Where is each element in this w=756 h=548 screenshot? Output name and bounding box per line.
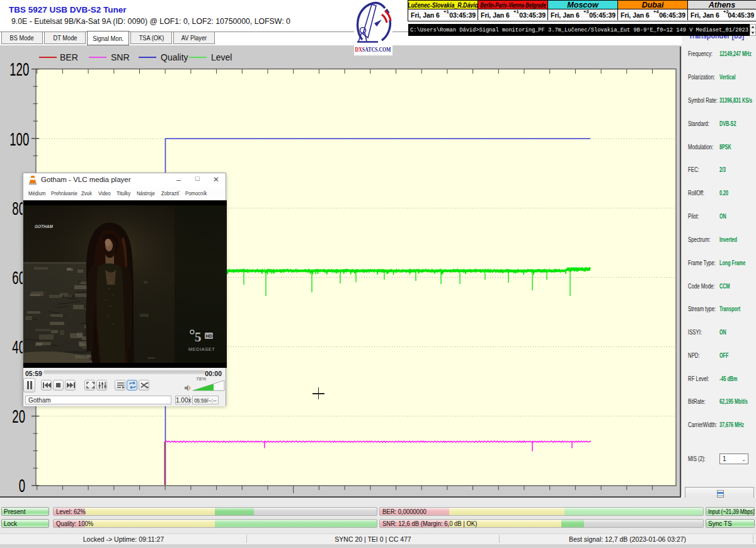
svg-text:MEDIASET: MEDIASET (188, 346, 215, 352)
svg-text:GOTHAM: GOTHAM (35, 224, 53, 229)
svg-text:5: 5 (195, 329, 202, 345)
svg-text:HD: HD (206, 333, 213, 339)
svg-text:DXSATCS.COM: DXSATCS.COM (355, 46, 391, 53)
